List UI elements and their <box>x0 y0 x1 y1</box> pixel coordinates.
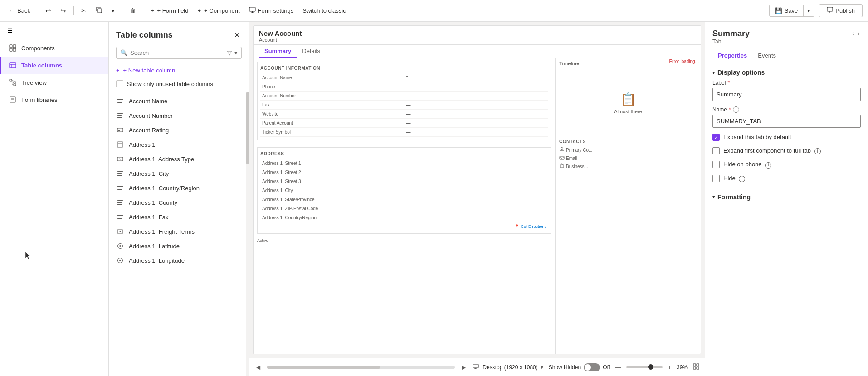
columns-panel-title: Table columns <box>116 30 173 40</box>
add-component-button[interactable]: + + Component <box>194 5 244 16</box>
tab-summary[interactable]: Summary <box>259 45 297 58</box>
column-label: Address 1: County <box>129 199 177 206</box>
list-item[interactable]: Address 1: Fax <box>109 210 249 224</box>
text-column-icon <box>116 198 124 207</box>
hide-phone-checkbox[interactable] <box>712 161 720 168</box>
publish-button[interactable]: Publish <box>819 4 863 17</box>
columns-panel-close-button[interactable]: ✕ <box>232 29 242 41</box>
list-item[interactable]: Account Number <box>109 108 249 123</box>
hide-info-icon[interactable]: i <box>739 176 745 182</box>
save-icon: 💾 <box>775 7 782 14</box>
show-hidden-toggle[interactable] <box>584 363 600 371</box>
zoom-plus-icon[interactable]: + <box>668 364 671 371</box>
label-input[interactable] <box>712 88 861 101</box>
scroll-right-icon[interactable]: ▶ <box>460 364 467 371</box>
sidebar-item-components[interactable]: Components <box>0 39 108 57</box>
list-item[interactable]: Address 1: City <box>109 166 249 181</box>
new-table-column-button[interactable]: + + New table column <box>116 65 242 76</box>
sidebar-item-form-libraries[interactable]: Form libraries <box>0 91 108 108</box>
bottom-bar: ◀ ▶ Desktop (1920 x 1080) ▾ Show Hidden <box>249 358 705 376</box>
svg-rect-40 <box>560 165 564 168</box>
business-icon <box>559 163 565 169</box>
redo-button[interactable]: ↪ <box>57 5 70 17</box>
hide-checkbox[interactable] <box>712 175 720 182</box>
search-icon: 🔍 <box>120 49 127 56</box>
save-button[interactable]: 💾 Save <box>770 5 804 16</box>
switch-classic-button[interactable]: Switch to classic <box>299 5 349 16</box>
save-dropdown-button[interactable]: ▾ <box>804 5 814 16</box>
formatting-section: ▾ Formatting <box>705 188 868 212</box>
list-item[interactable]: Address 1: Freight Terms <box>109 224 249 239</box>
back-button[interactable]: ← Back <box>5 5 34 16</box>
fit-icon[interactable] <box>693 363 699 371</box>
cut-button[interactable]: ✂ <box>78 5 90 16</box>
svg-rect-5 <box>10 48 12 51</box>
tab-events[interactable]: Events <box>752 48 781 63</box>
right-panel-header: Summary Tab ‹ › <box>705 22 868 48</box>
name-input[interactable] <box>712 115 861 128</box>
text-column-icon <box>116 184 124 192</box>
svg-rect-43 <box>697 364 699 366</box>
formatting-header[interactable]: ▾ Formatting <box>712 188 861 204</box>
scroll-left-icon[interactable]: ◀ <box>255 364 262 371</box>
sidebar-item-table-columns[interactable]: Table columns <box>0 57 108 74</box>
right-panel-next-button[interactable]: › <box>857 29 861 38</box>
show-unused-checkbox[interactable] <box>116 80 123 87</box>
list-item[interactable]: Account Rating <box>109 123 249 137</box>
name-info-icon[interactable]: i <box>733 106 739 113</box>
get-directions-link[interactable]: 📍 Get Directions <box>260 222 548 231</box>
sidebar-item-tree-view[interactable]: Tree view <box>0 74 108 91</box>
display-options-header[interactable]: ▾ Display options <box>712 63 861 80</box>
copy-button[interactable] <box>92 4 106 17</box>
svg-rect-29 <box>117 204 122 205</box>
undo-button[interactable]: ↩ <box>42 5 55 17</box>
account-info-section: ACCOUNT INFORMATION Account Name * — Pho… <box>257 62 551 140</box>
list-item[interactable]: Address 1: Country/Region <box>109 181 249 195</box>
text-column-icon <box>116 97 124 105</box>
save-label: Save <box>785 7 798 14</box>
right-panel-prev-button[interactable]: ‹ <box>851 29 855 38</box>
tab-details[interactable]: Details <box>297 45 326 58</box>
add-field-button[interactable]: + + Form field <box>147 5 192 16</box>
display-options-chevron-icon: ▾ <box>712 70 715 75</box>
sidebar-item-table-columns-label: Table columns <box>21 62 62 69</box>
zoom-slider[interactable] <box>626 366 663 368</box>
field-row-street3: Address 1: Street 3 — <box>260 177 548 186</box>
zoom-minus-icon[interactable]: — <box>615 364 621 371</box>
list-item[interactable]: Account Name <box>109 94 249 108</box>
list-item[interactable]: Address 1: Address Type <box>109 152 249 166</box>
desktop-selector[interactable]: Desktop (1920 x 1080) ▾ <box>473 364 543 371</box>
timeline-empty-icon: 📋 <box>620 92 636 107</box>
canvas-scroll-left-arrow: ◀ <box>255 364 262 371</box>
svg-rect-45 <box>697 367 699 369</box>
svg-rect-14 <box>117 102 122 103</box>
canvas-scroll-right-arrow: ▶ <box>460 364 467 371</box>
hamburger-button[interactable]: ☰ <box>0 22 108 39</box>
sidebar-item-form-libraries-label: Form libraries <box>21 96 57 103</box>
show-unused-checkbox-row[interactable]: Show only unused table columns <box>116 78 242 89</box>
filter-dropdown-icon[interactable]: ▾ <box>234 49 238 56</box>
svg-rect-3 <box>10 45 12 48</box>
expand-first-info-icon[interactable]: i <box>814 148 821 154</box>
bottom-scrollbar[interactable] <box>267 366 455 369</box>
copy-dropdown-button[interactable]: ▾ <box>108 5 118 16</box>
form-settings-button[interactable]: Form settings <box>245 5 297 17</box>
expand-first-row: Expand first component to full tab i <box>712 147 861 155</box>
tab-properties[interactable]: Properties <box>712 48 752 63</box>
main-layout: ☰ Components Table columns Tree view For… <box>0 22 868 376</box>
svg-rect-6 <box>13 48 16 51</box>
expand-tab-checkbox[interactable]: ✓ <box>712 134 720 141</box>
label-field-label: Label * <box>712 80 861 86</box>
list-item[interactable]: Address 1: Latitude <box>109 239 249 253</box>
filter-icon[interactable]: ▽ <box>227 49 232 56</box>
hide-phone-info-icon[interactable]: i <box>765 162 771 169</box>
scroll-thumb[interactable] <box>246 92 249 164</box>
list-item[interactable]: Address 1: County <box>109 195 249 210</box>
search-input[interactable] <box>130 49 224 56</box>
list-item[interactable]: Address 1 <box>109 137 249 152</box>
field-row-website: Website — <box>260 110 548 119</box>
expand-first-checkbox[interactable] <box>712 147 720 154</box>
svg-rect-23 <box>117 175 122 176</box>
list-item[interactable]: Address 1: Longitude <box>109 253 249 268</box>
delete-button[interactable]: 🗑 <box>126 5 139 16</box>
